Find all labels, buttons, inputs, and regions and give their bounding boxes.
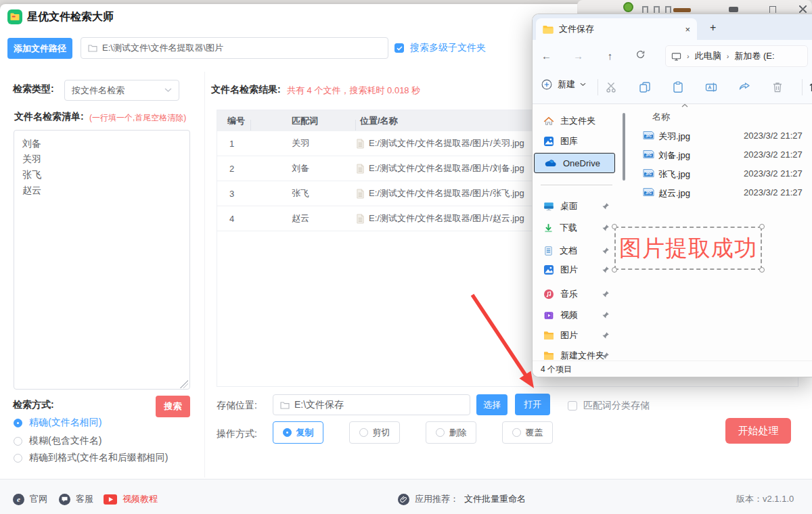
- radio-icon[interactable]: [359, 428, 368, 437]
- operation-option-2[interactable]: 剪切: [349, 421, 400, 444]
- operation-option-4[interactable]: 覆盖: [502, 421, 553, 444]
- file-row[interactable]: JPG赵云.jpg2023/3/2 21:27: [635, 183, 812, 202]
- refresh-icon[interactable]: [635, 49, 646, 62]
- file-name: 刘备.jpg: [658, 149, 690, 162]
- home-icon: [543, 116, 554, 126]
- callout-handle[interactable]: [759, 224, 765, 229]
- document-icon: [543, 246, 554, 256]
- subfolder-checkbox[interactable]: [394, 43, 404, 53]
- gallery-icon: [543, 136, 554, 147]
- footer-link-官网[interactable]: e官网: [13, 480, 47, 514]
- operation-option-label: 剪切: [373, 427, 390, 439]
- background-close-glyph: [799, 5, 807, 13]
- start-button[interactable]: 开始处理: [725, 418, 791, 444]
- forward-icon[interactable]: →: [572, 50, 584, 62]
- radio-icon[interactable]: [436, 428, 445, 437]
- row-match-word: 赵云: [251, 212, 356, 225]
- select-button[interactable]: 选择: [476, 394, 508, 415]
- sort-icon[interactable]: [807, 80, 812, 94]
- back-icon[interactable]: ←: [541, 50, 552, 62]
- search-button[interactable]: 搜索: [156, 396, 190, 417]
- svg-text:JPG: JPG: [646, 172, 652, 176]
- storage-label: 存储位置:: [217, 400, 257, 412]
- explorer-tab[interactable]: 文件保存 ×: [536, 18, 697, 40]
- file-date: 2023/3/2 21:27: [744, 131, 803, 141]
- background-dark-glyph: [729, 7, 738, 12]
- row-match-word: 张飞: [251, 187, 356, 200]
- search-mode-option[interactable]: 精确到格式(文件名和后缀都相同): [14, 452, 168, 464]
- search-mode-option-label: 模糊(包含文件名): [29, 435, 102, 447]
- rename-icon[interactable]: [704, 80, 718, 94]
- paste-icon[interactable]: [671, 80, 685, 94]
- svg-text:JPG: JPG: [646, 154, 652, 157]
- callout-handle[interactable]: [759, 267, 765, 273]
- screen: 星优文件检索大师 添加文件路径 E:\测试文件\文件名提取器\图片 搜索多级子文…: [0, 0, 812, 514]
- add-path-button[interactable]: 添加文件路径: [7, 38, 72, 59]
- storage-path-input[interactable]: E:\文件保存: [273, 394, 470, 415]
- sidebar-item-OneDrive[interactable]: OneDrive: [534, 153, 615, 173]
- background-window-strip: [577, 0, 812, 14]
- footer-link-视频教程[interactable]: 视频教程: [104, 480, 158, 514]
- promo-app-name[interactable]: 文件批量重命名: [464, 493, 526, 505]
- explorer-tab-title: 文件保存: [559, 23, 594, 35]
- breadcrumb-this-pc[interactable]: 此电脑: [695, 50, 721, 62]
- copy-icon[interactable]: [638, 80, 652, 94]
- operation-option-3[interactable]: 删除: [426, 421, 476, 444]
- classify-checkbox-group[interactable]: 匹配词分类存储: [568, 400, 650, 412]
- file-row[interactable]: JPG关羽.jpg2023/3/2 21:27: [635, 126, 812, 145]
- new-tab-button[interactable]: +: [710, 22, 716, 33]
- open-button[interactable]: 打开: [515, 394, 550, 415]
- breadcrumb-volume[interactable]: 新加卷 (E:: [734, 50, 774, 62]
- file-name: 赵云.jpg: [658, 187, 690, 200]
- cut-icon[interactable]: [605, 80, 618, 94]
- search-mode-option[interactable]: 模糊(包含文件名): [14, 435, 102, 447]
- radio-icon[interactable]: [283, 428, 292, 437]
- address-bar[interactable]: › 此电脑 › 新加卷 (E:: [665, 45, 808, 67]
- explorer-tabstrip: 文件保存 × +: [533, 14, 812, 40]
- textarea-resize-handle[interactable]: [180, 380, 188, 388]
- tab-close-button[interactable]: ×: [685, 24, 690, 34]
- radio-icon[interactable]: [512, 428, 521, 437]
- classify-checkbox[interactable]: [568, 401, 577, 411]
- toolbar-separator: [597, 79, 598, 95]
- app-logo-icon: [7, 9, 22, 24]
- search-mode-option[interactable]: 精确(文件名相同): [14, 417, 102, 429]
- operation-option-1[interactable]: 复制: [273, 421, 323, 444]
- radio-icon[interactable]: [14, 437, 22, 446]
- row-number: 3: [217, 189, 251, 199]
- callout-handle[interactable]: [612, 267, 617, 273]
- operation-option-label: 复制: [296, 427, 314, 439]
- jpg-file-icon: JPG: [642, 149, 655, 160]
- up-icon[interactable]: ↑: [604, 50, 616, 62]
- background-brown-bar: [673, 8, 691, 12]
- radio-icon[interactable]: [14, 454, 22, 463]
- download-icon: [543, 223, 554, 233]
- file-row[interactable]: JPG刘备.jpg2023/3/2 21:27: [635, 145, 812, 164]
- delete-icon[interactable]: [771, 80, 784, 94]
- col-header-word: 匹配词: [251, 115, 356, 127]
- search-type-select[interactable]: 按文件名检索: [64, 80, 179, 101]
- search-path-value: E:\测试文件\文件名提取器\图片: [102, 42, 223, 54]
- file-row[interactable]: JPG张飞.jpg2023/3/2 21:27: [635, 164, 812, 183]
- promo-group[interactable]: 应用推荐： 文件批量重命名: [398, 480, 526, 514]
- background-maximize-glyph: [769, 6, 776, 13]
- search-mode-option-label: 精确到格式(文件名和后缀都相同): [29, 452, 168, 464]
- pin-icon: [602, 247, 610, 255]
- subfolder-checkbox-group[interactable]: 搜索多级子文件夹: [394, 42, 486, 54]
- col-header-no: 编号: [217, 115, 251, 127]
- callout-handle[interactable]: [612, 224, 617, 229]
- pin-icon: [602, 311, 610, 319]
- share-icon[interactable]: [738, 80, 751, 94]
- crumb-separator: ›: [727, 52, 729, 60]
- new-button[interactable]: 新建: [541, 78, 586, 91]
- doc-file-icon: [356, 189, 365, 199]
- footer-link-客服[interactable]: 客服: [59, 480, 93, 514]
- sidebar-scrollbar[interactable]: [623, 113, 625, 181]
- sidebar-item-主文件夹[interactable]: 主文件夹: [534, 111, 615, 131]
- radio-icon[interactable]: [14, 419, 22, 427]
- name-list-textarea[interactable]: 刘备 关羽 张飞 赵云: [14, 130, 190, 390]
- search-path-input[interactable]: E:\测试文件\文件名提取器\图片: [81, 37, 388, 59]
- sidebar-item-图库[interactable]: 图库: [534, 131, 615, 151]
- column-header-name[interactable]: 名称: [652, 111, 670, 123]
- folder-icon: [543, 351, 554, 360]
